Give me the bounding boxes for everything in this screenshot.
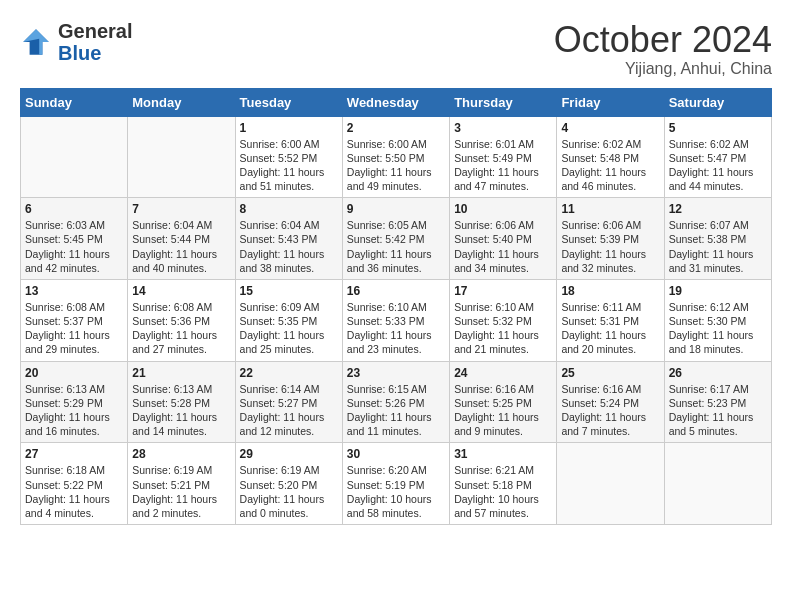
- calendar-cell: 17Sunrise: 6:10 AM Sunset: 5:32 PM Dayli…: [450, 279, 557, 361]
- calendar-body: 1Sunrise: 6:00 AM Sunset: 5:52 PM Daylig…: [21, 116, 772, 524]
- day-number: 25: [561, 366, 659, 380]
- calendar-cell: 20Sunrise: 6:13 AM Sunset: 5:29 PM Dayli…: [21, 361, 128, 443]
- calendar-cell: 27Sunrise: 6:18 AM Sunset: 5:22 PM Dayli…: [21, 443, 128, 525]
- day-info: Sunrise: 6:04 AM Sunset: 5:43 PM Dayligh…: [240, 218, 338, 275]
- logo-text: General Blue: [58, 20, 132, 64]
- day-number: 2: [347, 121, 445, 135]
- calendar-cell: 23Sunrise: 6:15 AM Sunset: 5:26 PM Dayli…: [342, 361, 449, 443]
- day-number: 1: [240, 121, 338, 135]
- day-number: 9: [347, 202, 445, 216]
- week-row-2: 6Sunrise: 6:03 AM Sunset: 5:45 PM Daylig…: [21, 198, 772, 280]
- calendar-cell: 18Sunrise: 6:11 AM Sunset: 5:31 PM Dayli…: [557, 279, 664, 361]
- day-number: 23: [347, 366, 445, 380]
- day-info: Sunrise: 6:13 AM Sunset: 5:28 PM Dayligh…: [132, 382, 230, 439]
- logo-icon: [20, 26, 52, 58]
- weekday-header-friday: Friday: [557, 88, 664, 116]
- calendar-cell: [128, 116, 235, 198]
- day-number: 6: [25, 202, 123, 216]
- calendar-cell: 8Sunrise: 6:04 AM Sunset: 5:43 PM Daylig…: [235, 198, 342, 280]
- day-info: Sunrise: 6:17 AM Sunset: 5:23 PM Dayligh…: [669, 382, 767, 439]
- week-row-1: 1Sunrise: 6:00 AM Sunset: 5:52 PM Daylig…: [21, 116, 772, 198]
- calendar-table: SundayMondayTuesdayWednesdayThursdayFrid…: [20, 88, 772, 525]
- calendar-cell: [21, 116, 128, 198]
- title-area: October 2024 Yijiang, Anhui, China: [554, 20, 772, 78]
- calendar-cell: 9Sunrise: 6:05 AM Sunset: 5:42 PM Daylig…: [342, 198, 449, 280]
- day-info: Sunrise: 6:04 AM Sunset: 5:44 PM Dayligh…: [132, 218, 230, 275]
- day-info: Sunrise: 6:07 AM Sunset: 5:38 PM Dayligh…: [669, 218, 767, 275]
- calendar-cell: 24Sunrise: 6:16 AM Sunset: 5:25 PM Dayli…: [450, 361, 557, 443]
- day-info: Sunrise: 6:12 AM Sunset: 5:30 PM Dayligh…: [669, 300, 767, 357]
- day-info: Sunrise: 6:18 AM Sunset: 5:22 PM Dayligh…: [25, 463, 123, 520]
- day-number: 26: [669, 366, 767, 380]
- day-info: Sunrise: 6:15 AM Sunset: 5:26 PM Dayligh…: [347, 382, 445, 439]
- calendar-cell: 14Sunrise: 6:08 AM Sunset: 5:36 PM Dayli…: [128, 279, 235, 361]
- day-number: 7: [132, 202, 230, 216]
- day-info: Sunrise: 6:00 AM Sunset: 5:50 PM Dayligh…: [347, 137, 445, 194]
- week-row-5: 27Sunrise: 6:18 AM Sunset: 5:22 PM Dayli…: [21, 443, 772, 525]
- day-info: Sunrise: 6:05 AM Sunset: 5:42 PM Dayligh…: [347, 218, 445, 275]
- day-number: 5: [669, 121, 767, 135]
- week-row-4: 20Sunrise: 6:13 AM Sunset: 5:29 PM Dayli…: [21, 361, 772, 443]
- calendar-cell: 7Sunrise: 6:04 AM Sunset: 5:44 PM Daylig…: [128, 198, 235, 280]
- calendar-cell: 22Sunrise: 6:14 AM Sunset: 5:27 PM Dayli…: [235, 361, 342, 443]
- day-number: 19: [669, 284, 767, 298]
- day-number: 22: [240, 366, 338, 380]
- day-number: 24: [454, 366, 552, 380]
- day-number: 20: [25, 366, 123, 380]
- weekday-header-thursday: Thursday: [450, 88, 557, 116]
- day-info: Sunrise: 6:13 AM Sunset: 5:29 PM Dayligh…: [25, 382, 123, 439]
- weekday-header-sunday: Sunday: [21, 88, 128, 116]
- logo: General Blue: [20, 20, 132, 64]
- day-number: 12: [669, 202, 767, 216]
- day-number: 10: [454, 202, 552, 216]
- day-number: 28: [132, 447, 230, 461]
- day-info: Sunrise: 6:16 AM Sunset: 5:25 PM Dayligh…: [454, 382, 552, 439]
- day-number: 8: [240, 202, 338, 216]
- calendar-cell: 21Sunrise: 6:13 AM Sunset: 5:28 PM Dayli…: [128, 361, 235, 443]
- month-title: October 2024: [554, 20, 772, 60]
- calendar-cell: 3Sunrise: 6:01 AM Sunset: 5:49 PM Daylig…: [450, 116, 557, 198]
- header: General Blue October 2024 Yijiang, Anhui…: [20, 20, 772, 78]
- calendar-header: SundayMondayTuesdayWednesdayThursdayFrid…: [21, 88, 772, 116]
- calendar-cell: 12Sunrise: 6:07 AM Sunset: 5:38 PM Dayli…: [664, 198, 771, 280]
- day-number: 3: [454, 121, 552, 135]
- day-number: 27: [25, 447, 123, 461]
- day-info: Sunrise: 6:10 AM Sunset: 5:32 PM Dayligh…: [454, 300, 552, 357]
- day-info: Sunrise: 6:02 AM Sunset: 5:47 PM Dayligh…: [669, 137, 767, 194]
- day-number: 13: [25, 284, 123, 298]
- calendar-cell: 19Sunrise: 6:12 AM Sunset: 5:30 PM Dayli…: [664, 279, 771, 361]
- calendar-cell: 4Sunrise: 6:02 AM Sunset: 5:48 PM Daylig…: [557, 116, 664, 198]
- location-subtitle: Yijiang, Anhui, China: [554, 60, 772, 78]
- calendar-cell: 28Sunrise: 6:19 AM Sunset: 5:21 PM Dayli…: [128, 443, 235, 525]
- calendar-cell: [557, 443, 664, 525]
- calendar-cell: 2Sunrise: 6:00 AM Sunset: 5:50 PM Daylig…: [342, 116, 449, 198]
- day-info: Sunrise: 6:02 AM Sunset: 5:48 PM Dayligh…: [561, 137, 659, 194]
- header-row: SundayMondayTuesdayWednesdayThursdayFrid…: [21, 88, 772, 116]
- day-info: Sunrise: 6:16 AM Sunset: 5:24 PM Dayligh…: [561, 382, 659, 439]
- weekday-header-tuesday: Tuesday: [235, 88, 342, 116]
- day-info: Sunrise: 6:03 AM Sunset: 5:45 PM Dayligh…: [25, 218, 123, 275]
- day-info: Sunrise: 6:06 AM Sunset: 5:39 PM Dayligh…: [561, 218, 659, 275]
- day-info: Sunrise: 6:19 AM Sunset: 5:20 PM Dayligh…: [240, 463, 338, 520]
- calendar-cell: 31Sunrise: 6:21 AM Sunset: 5:18 PM Dayli…: [450, 443, 557, 525]
- weekday-header-saturday: Saturday: [664, 88, 771, 116]
- day-info: Sunrise: 6:10 AM Sunset: 5:33 PM Dayligh…: [347, 300, 445, 357]
- day-info: Sunrise: 6:20 AM Sunset: 5:19 PM Dayligh…: [347, 463, 445, 520]
- calendar-cell: 15Sunrise: 6:09 AM Sunset: 5:35 PM Dayli…: [235, 279, 342, 361]
- day-number: 17: [454, 284, 552, 298]
- day-number: 15: [240, 284, 338, 298]
- day-number: 16: [347, 284, 445, 298]
- week-row-3: 13Sunrise: 6:08 AM Sunset: 5:37 PM Dayli…: [21, 279, 772, 361]
- day-info: Sunrise: 6:11 AM Sunset: 5:31 PM Dayligh…: [561, 300, 659, 357]
- calendar-cell: 16Sunrise: 6:10 AM Sunset: 5:33 PM Dayli…: [342, 279, 449, 361]
- calendar-cell: 1Sunrise: 6:00 AM Sunset: 5:52 PM Daylig…: [235, 116, 342, 198]
- day-info: Sunrise: 6:19 AM Sunset: 5:21 PM Dayligh…: [132, 463, 230, 520]
- day-number: 30: [347, 447, 445, 461]
- calendar-cell: 10Sunrise: 6:06 AM Sunset: 5:40 PM Dayli…: [450, 198, 557, 280]
- day-info: Sunrise: 6:08 AM Sunset: 5:37 PM Dayligh…: [25, 300, 123, 357]
- day-info: Sunrise: 6:08 AM Sunset: 5:36 PM Dayligh…: [132, 300, 230, 357]
- calendar-cell: 5Sunrise: 6:02 AM Sunset: 5:47 PM Daylig…: [664, 116, 771, 198]
- calendar-cell: [664, 443, 771, 525]
- day-number: 29: [240, 447, 338, 461]
- calendar-cell: 29Sunrise: 6:19 AM Sunset: 5:20 PM Dayli…: [235, 443, 342, 525]
